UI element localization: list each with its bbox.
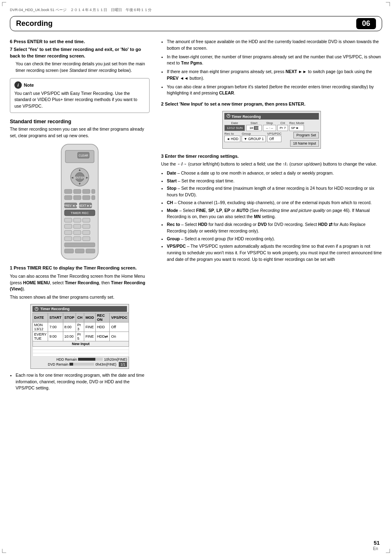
start-val-text: 18: bbox=[249, 126, 254, 130]
vpspdc-val: Off bbox=[267, 136, 281, 142]
svg-text:►: ► bbox=[85, 176, 89, 180]
svg-rect-30 bbox=[83, 224, 90, 228]
right-col-bullet-list: The amount of free space available on th… bbox=[167, 39, 382, 97]
right-bullet-1: In the lower-right corner, the number of… bbox=[167, 54, 382, 67]
hdd-progress-bar bbox=[78, 358, 103, 361]
clock-icon bbox=[35, 307, 39, 311]
field-vpspdc: VPS/PDC Off bbox=[267, 132, 281, 142]
svg-text:TIMER REC: TIMER REC bbox=[71, 211, 89, 215]
bullet-stop: Stop – Set the recording end time (maxim… bbox=[167, 185, 382, 198]
recmode-label: Rec Mode bbox=[289, 121, 304, 125]
clock-icon2 bbox=[226, 114, 231, 118]
page-title: Recording bbox=[16, 19, 53, 28]
svg-rect-35 bbox=[74, 237, 81, 241]
screen1-title-bar: Timer Recording bbox=[32, 306, 127, 312]
step1-heading: 1 Press TIMER REC to display the Timer R… bbox=[10, 265, 150, 272]
dvd-remain-label: DVD Remain bbox=[48, 362, 69, 366]
svg-rect-38 bbox=[65, 249, 74, 253]
svg-rect-39 bbox=[75, 249, 84, 253]
svg-rect-34 bbox=[65, 237, 72, 241]
right-bullet-3: You can also clear a timer program befor… bbox=[167, 84, 382, 97]
note-text: You can't use VPS/PDC with Easy Timer Re… bbox=[14, 90, 145, 110]
svg-rect-33 bbox=[83, 230, 90, 235]
two-col-layout: 6 Press ENTER to set the end time. 7 Sel… bbox=[10, 39, 382, 395]
start-val-end: 00 bbox=[254, 126, 258, 130]
row1-start: 7:00 bbox=[48, 322, 63, 332]
timer-rec-ref: Timer Recording bbox=[65, 280, 99, 285]
page: DVR-04_HDD_UK.book 51 ページ ２０１４年４月１１日 日曜日… bbox=[0, 0, 392, 555]
screen2-row1: Date 12/12 SUN Start 18: 00 Stop -- : -- bbox=[224, 121, 319, 131]
screen2-row2: Rec to ◄ HDD Group ▼ GROUP 1 VPS/PDC Off… bbox=[224, 132, 319, 147]
row2-stop: 10:00 bbox=[63, 332, 76, 341]
svg-rect-36 bbox=[83, 237, 90, 241]
recmode-val-text: SP bbox=[291, 126, 295, 130]
group-label: Group bbox=[242, 132, 266, 136]
header-filename: DVR-04_HDD_UK.book 51 ページ ２０１４年４月１１日 日曜日… bbox=[10, 7, 152, 13]
field-start: Start 18: 00 bbox=[246, 121, 262, 131]
dvd-progress-bar bbox=[69, 363, 94, 366]
new-input-label: New Input bbox=[33, 341, 129, 346]
right-bullet-0: The amount of free space available on th… bbox=[167, 39, 382, 52]
field-date: Date 12/12 SUN bbox=[224, 121, 245, 131]
recmode-arrow: ► bbox=[296, 126, 299, 130]
right-column: The amount of free space available on th… bbox=[161, 39, 382, 395]
step1-sub2: This screen shows all the timer programs… bbox=[10, 294, 150, 301]
standard-timer-heading: Standard timer recording bbox=[10, 119, 150, 124]
field-ch: CH Pr 7 bbox=[277, 121, 288, 131]
svg-rect-15 bbox=[65, 196, 72, 200]
svg-rect-14 bbox=[92, 189, 95, 193]
step6-heading: 6 Press ENTER to set the end time. bbox=[10, 39, 150, 45]
step1-bullet-item: Each row is for one timer recording prog… bbox=[16, 372, 150, 391]
standard-timer-intro: The timer recording screen you can see a… bbox=[10, 126, 150, 139]
row2-mod: FINE bbox=[84, 332, 95, 341]
hdd-remain: HDD Remain 10h20m(FINE) bbox=[56, 357, 127, 362]
field-rec-to: Rec to ◄ HDD bbox=[224, 132, 240, 142]
row1-mod: FINE bbox=[84, 322, 95, 332]
italic-ref: Standard timer recording bbox=[69, 68, 117, 73]
dvd-remain-row: DVD Remain 0h43m(FINE) 1/1 bbox=[32, 362, 127, 367]
field-stop: Stop -- : -- bbox=[263, 121, 276, 131]
table-row bbox=[33, 346, 129, 350]
svg-text:NEXT ►►: NEXT ►► bbox=[78, 204, 92, 207]
row1-stop: 8:00 bbox=[63, 322, 76, 332]
svg-text:▼: ▼ bbox=[78, 182, 81, 186]
date-label: Date bbox=[231, 121, 238, 125]
field-recmode: Rec Mode SP ► bbox=[289, 121, 304, 131]
name-input-btn[interactable]: 18 Name Input bbox=[290, 140, 319, 147]
program-set-btn[interactable]: Program Set bbox=[293, 132, 319, 138]
svg-rect-31 bbox=[65, 230, 72, 235]
col-date: DATE bbox=[33, 313, 48, 322]
svg-rect-32 bbox=[74, 230, 81, 235]
step7-heading: 7 Select 'Yes' to set the timer recordin… bbox=[10, 46, 150, 59]
page-lang: En bbox=[373, 546, 378, 551]
crop-mark-tr bbox=[386, 2, 390, 6]
row2-start: 9:00 bbox=[48, 332, 63, 341]
svg-rect-25 bbox=[65, 218, 72, 222]
note-title: i Note bbox=[14, 81, 145, 89]
screen2-buttons: Program Set 18 Name Input bbox=[290, 132, 319, 147]
row1-date: MON 13/12 bbox=[33, 322, 48, 332]
row1-vps: Off bbox=[110, 322, 129, 332]
svg-rect-18 bbox=[92, 196, 95, 200]
stop-label: Stop bbox=[266, 121, 273, 125]
start-label: Start bbox=[251, 121, 258, 125]
bullet-mode: Mode – Select FINE, SP, LP, EP or AUTO (… bbox=[167, 207, 382, 221]
remain-row: HDD Remain 10h20m(FINE) bbox=[32, 357, 127, 362]
svg-text:CLEAR: CLEAR bbox=[78, 154, 88, 157]
hdd-time: 10h20m(FINE) bbox=[104, 357, 127, 362]
bullet-rec-to: Rec to – Select HDD for hard disk record… bbox=[167, 221, 382, 235]
start-val: 18: 00 bbox=[246, 125, 262, 131]
note-box: i Note You can't use VPS/PDC with Easy T… bbox=[10, 78, 150, 113]
dvd-time: 0h43m(FINE) bbox=[95, 362, 116, 366]
col-recon: REC ON bbox=[95, 313, 110, 322]
home-menu-ref: HOME MENU bbox=[23, 280, 50, 285]
pagination-badge: 1/1 bbox=[119, 362, 127, 367]
timer-input-screen: Timer Recording Date 12/12 SUN Start 18:… bbox=[222, 111, 321, 149]
svg-rect-29 bbox=[74, 224, 81, 228]
svg-text:PREV ◄◄: PREV ◄◄ bbox=[64, 204, 78, 207]
table-row: MON 13/12 7:00 8:00 Pr 3 FINE HDD Off bbox=[33, 322, 129, 332]
svg-rect-26 bbox=[74, 218, 81, 222]
rec-to-val: ◄ HDD bbox=[224, 136, 240, 142]
screen1-table: DATE START STOP CH MOD REC ON VPS/PDC MO… bbox=[32, 313, 129, 357]
note-label: Note bbox=[24, 83, 34, 88]
